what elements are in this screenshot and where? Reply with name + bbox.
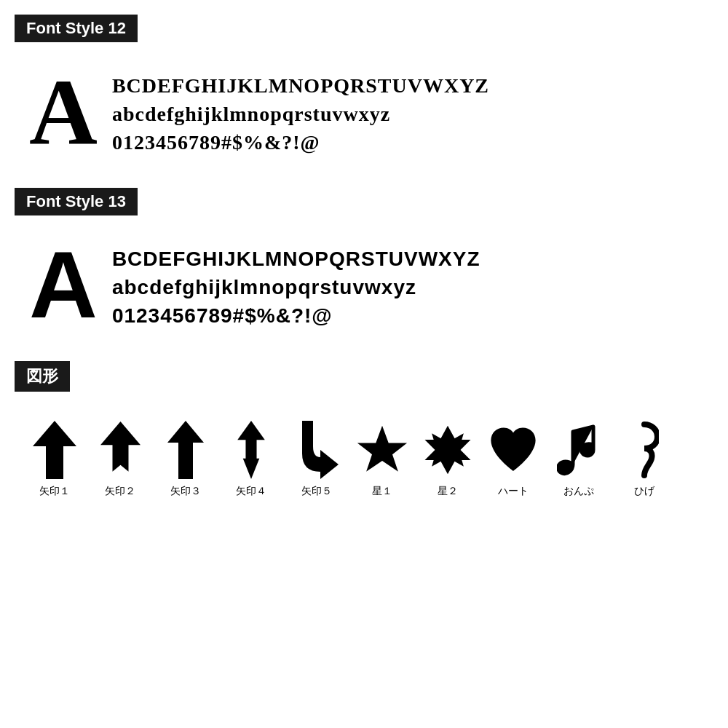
- font-style-12-line1: BCDEFGHIJKLMNOPQRSTUVWXYZ: [112, 71, 489, 100]
- font-style-12-section: Font Style 12 A BCDEFGHIJKLMNOPQRSTUVWXY…: [15, 15, 713, 166]
- font-style-12-line3: 0123456789#$%&?!@: [112, 128, 489, 157]
- hige-label: ひげ: [634, 485, 654, 498]
- hoshi2-icon: [422, 421, 473, 479]
- svg-marker-4: [357, 426, 407, 472]
- yazirushi2-icon: [95, 421, 146, 479]
- font-style-13-big-letter: A: [29, 237, 98, 332]
- svg-marker-3: [237, 421, 265, 479]
- font-style-13-demo: A BCDEFGHIJKLMNOPQRSTUVWXYZ abcdefghijkl…: [15, 230, 713, 339]
- shape-yazirushi4: 矢印４: [218, 421, 284, 498]
- font-style-13-section: Font Style 13 A BCDEFGHIJKLMNOPQRSTUVWXY…: [15, 188, 713, 339]
- font-style-12-demo: A BCDEFGHIJKLMNOPQRSTUVWXYZ abcdefghijkl…: [15, 57, 713, 166]
- yazirushi5-icon: [291, 421, 342, 479]
- yazirushi4-icon: [226, 421, 277, 479]
- font-style-13-line1: BCDEFGHIJKLMNOPQRSTUVWXYZ: [112, 245, 480, 273]
- font-style-13-line2: abcdefghijklmnopqrstuvwxyz: [112, 273, 480, 301]
- hige-icon: [619, 421, 670, 479]
- onpu-icon: [553, 421, 604, 479]
- svg-marker-2: [167, 421, 204, 479]
- onpu-label: おんぷ: [563, 485, 594, 498]
- shape-yazirushi5: 矢印５: [284, 421, 349, 498]
- heart-icon: [488, 421, 539, 479]
- shapes-section: 図形 矢印１ 矢印２: [15, 361, 713, 498]
- heart-label: ハート: [498, 485, 529, 498]
- shapes-grid: 矢印１ 矢印２ 矢印３: [15, 406, 713, 498]
- yazirushi1-icon: [29, 421, 80, 479]
- shape-hige: ひげ: [612, 421, 677, 498]
- font-style-13-chars: BCDEFGHIJKLMNOPQRSTUVWXYZ abcdefghijklmn…: [112, 237, 480, 331]
- yazirushi5-label: 矢印５: [301, 485, 332, 498]
- hoshi2-label: 星２: [438, 485, 458, 498]
- font-style-12-header: Font Style 12: [15, 15, 138, 42]
- shapes-header: 図形: [15, 361, 70, 392]
- svg-marker-0: [33, 421, 76, 479]
- yazirushi4-label: 矢印４: [236, 485, 266, 498]
- shape-heart: ハート: [480, 421, 546, 498]
- font-style-12-chars: BCDEFGHIJKLMNOPQRSTUVWXYZ abcdefghijklmn…: [112, 64, 489, 157]
- font-style-13-line3: 0123456789#$%&?!@: [112, 301, 480, 330]
- font-style-13-header: Font Style 13: [15, 188, 138, 215]
- shape-onpu: おんぷ: [546, 421, 612, 498]
- shape-hoshi1: 星１: [349, 421, 415, 498]
- hoshi1-icon: [357, 421, 408, 479]
- font-style-12-line2: abcdefghijklmnopqrstuvwxyz: [112, 100, 489, 128]
- shape-hoshi2: 星２: [415, 421, 480, 498]
- font-style-12-big-letter: A: [29, 64, 98, 159]
- hoshi1-label: 星１: [372, 485, 392, 498]
- yazirushi3-label: 矢印３: [170, 485, 201, 498]
- shape-yazirushi2: 矢印２: [87, 421, 153, 498]
- shape-yazirushi1: 矢印１: [22, 421, 87, 498]
- yazirushi1-label: 矢印１: [39, 485, 70, 498]
- yazirushi3-icon: [160, 421, 211, 479]
- yazirushi2-label: 矢印２: [105, 485, 135, 498]
- shape-yazirushi3: 矢印３: [153, 421, 218, 498]
- svg-marker-1: [100, 422, 141, 472]
